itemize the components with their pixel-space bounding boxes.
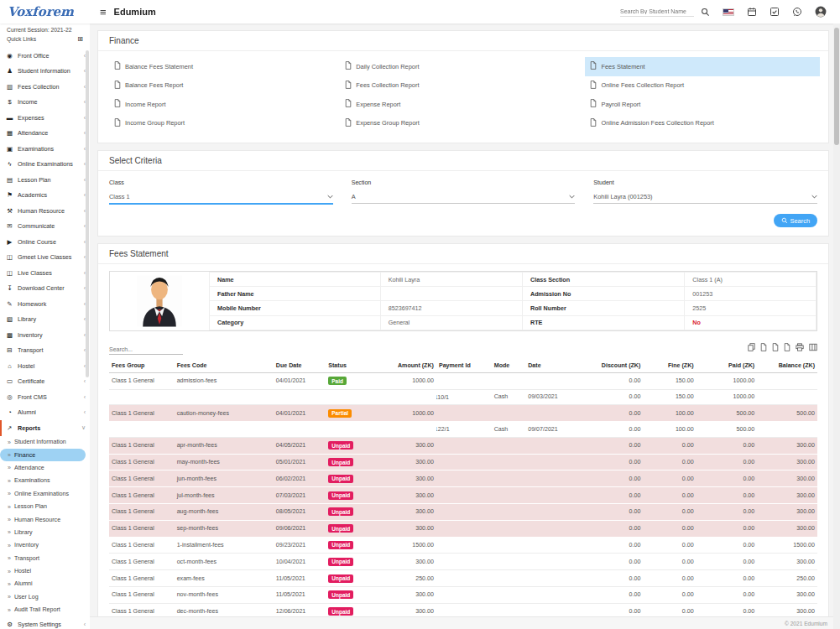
sidebar-item-live-classes[interactable]: ◫Live Classes‹: [0, 265, 90, 281]
brand-logo[interactable]: Voxforem: [0, 0, 90, 23]
sidebar-item-attendance[interactable]: ▦Attendance‹: [0, 126, 90, 142]
sidebar-item-income[interactable]: $Income‹: [0, 95, 90, 111]
sidebar-subitem-hostel[interactable]: »Hostel: [0, 564, 90, 577]
report-link-expense-group-report[interactable]: Expense Group Report: [340, 114, 585, 133]
quick-links-grid-icon[interactable]: ⊞: [77, 35, 83, 43]
sidebar-subitem-audit-trail-report[interactable]: »Audit Trail Report: [0, 604, 90, 616]
column-header-status[interactable]: Status: [326, 359, 378, 373]
main-scrollbar[interactable]: [833, 23, 840, 629]
sidebar-subitem-online-examinations[interactable]: »Online Examinations: [0, 487, 90, 500]
report-link-payroll-report[interactable]: Payroll Report: [585, 95, 820, 114]
sidebar-subitem-alumni[interactable]: »Alumni: [0, 578, 90, 590]
sidebar-item-fees-collection[interactable]: ▥Fees Collection‹: [0, 79, 90, 95]
hamburger-menu-icon[interactable]: ≡: [100, 7, 107, 18]
column-header-date[interactable]: Date: [525, 359, 582, 373]
sidebar-item-system-settings[interactable]: ⚙System Settings‹: [0, 616, 90, 629]
column-header-payment-id[interactable]: Payment Id: [436, 359, 492, 373]
sidebar-subitem-lesson-plan[interactable]: »Lesson Plan: [0, 500, 90, 512]
fee-row-nov-month-fees[interactable]: Class 1 Generalnov-month-fees11/05/2021U…: [109, 586, 817, 603]
fee-row-jun-month-fees[interactable]: Class 1 Generaljun-month-fees06/02/2021U…: [109, 470, 817, 487]
sidebar-subitem-inventory[interactable]: »Inventory: [0, 539, 90, 552]
sidebar-item-download-center[interactable]: ↧Download Center‹: [0, 281, 90, 297]
fee-row-sep-month-fees[interactable]: Class 1 Generalsep-month-fees09/06/2021U…: [109, 520, 817, 537]
column-header-fine-zk[interactable]: Fine (ZK): [643, 359, 696, 373]
fee-row-jul-month-fees[interactable]: Class 1 Generaljul-month-fees07/03/2021U…: [109, 487, 817, 504]
report-link-daily-collection-report[interactable]: Daily Collection Report: [340, 57, 585, 76]
sidebar-subitem-transport[interactable]: »Transport: [0, 552, 90, 564]
sidebar-subitem-attendance[interactable]: »Attendance: [0, 461, 90, 474]
fee-row-may-month-fees[interactable]: Class 1 Generalmay-month-fees05/01/2021U…: [109, 454, 817, 470]
criteria-select-class[interactable]: Class 1: [109, 193, 333, 205]
column-header-paid-zk[interactable]: Paid (ZK): [697, 359, 758, 373]
column-header-balance-zk[interactable]: Balance (ZK): [757, 359, 817, 373]
sidebar-item-online-course[interactable]: ▶Online Course‹: [0, 234, 90, 250]
report-link-balance-fees-statement[interactable]: Balance Fees Statement: [109, 57, 340, 76]
sidebar-subitem-human-resource[interactable]: »Human Resource: [0, 513, 90, 526]
sidebar-subitem-user-log[interactable]: »User Log: [0, 590, 90, 603]
search-button[interactable]: Search: [774, 214, 817, 227]
column-header-discount-zk[interactable]: Discount (ZK): [582, 359, 644, 373]
fee-row-dec-month-fees[interactable]: Class 1 Generaldec-month-fees12/06/2021U…: [109, 603, 817, 616]
sidebar-item-gmeet-live-classes[interactable]: ◫Gmeet Live Classes‹: [0, 250, 90, 266]
sidebar-subitem-examinations[interactable]: »Examinations: [0, 475, 90, 487]
sidebar-item-inventory[interactable]: ▩Inventory‹: [0, 327, 90, 343]
sidebar-item-hostel[interactable]: ⌂Hostel‹: [0, 358, 90, 374]
sidebar-item-homework[interactable]: ✎Homework‹: [0, 296, 90, 312]
print-icon[interactable]: [796, 343, 804, 351]
sidebar-item-communicate[interactable]: ✉Communicate‹: [0, 219, 90, 235]
sidebar-item-front-office[interactable]: ◉Front Office‹: [0, 48, 90, 64]
report-link-online-admission-fees-collection-report[interactable]: Online Admission Fees Collection Report: [585, 114, 820, 133]
csv-icon[interactable]: [772, 343, 779, 351]
fee-row-oct-month-fees[interactable]: Class 1 Generaloct-month-fees10/04/2021U…: [109, 554, 817, 570]
sidebar-item-reports[interactable]: ↗Reports∨: [0, 420, 90, 436]
sidebar-subitem-finance[interactable]: »Finance: [0, 449, 86, 461]
criteria-select-student[interactable]: Kohili Layra (001253): [593, 193, 817, 204]
copy-icon[interactable]: [748, 343, 755, 351]
search-icon[interactable]: [701, 8, 710, 17]
sidebar-item-front-cms[interactable]: ◎Front CMS‹: [0, 389, 90, 405]
fee-row-aug-month-fees[interactable]: Class 1 Generalaug-month-fees08/05/2021U…: [109, 504, 817, 521]
criteria-select-section[interactable]: A: [352, 193, 576, 204]
sidebar-item-academics[interactable]: ⚑Academics‹: [0, 188, 90, 204]
fee-row-caution-money-fees[interactable]: Class 1 Generalcaution-money-fees04/01/2…: [109, 405, 817, 422]
column-header-fees-code[interactable]: Fees Code: [175, 359, 274, 373]
calendar-icon[interactable]: [747, 7, 757, 17]
todo-check-icon[interactable]: [770, 7, 780, 17]
sidebar-item-student-information[interactable]: ♟Student Information‹: [0, 64, 90, 80]
sidebar-item-lesson-plan[interactable]: ▤Lesson Plan‹: [0, 172, 90, 188]
table-search-input[interactable]: [109, 345, 183, 355]
report-link-income-group-report[interactable]: Income Group Report: [109, 114, 340, 133]
report-link-expense-report[interactable]: Expense Report: [340, 95, 585, 114]
fee-row-exam-fees[interactable]: Class 1 Generalexam-fees11/05/2021Unpaid…: [109, 570, 817, 587]
columns-icon[interactable]: [809, 343, 817, 351]
sidebar-item-expenses[interactable]: ▬Expenses‹: [0, 110, 90, 126]
user-avatar-icon[interactable]: [815, 6, 827, 18]
column-header-due-date[interactable]: Due Date: [274, 359, 326, 373]
sidebar-item-transport[interactable]: ⊟Transport‹: [0, 343, 90, 359]
sidebar-item-examinations[interactable]: ▣Examinations‹: [0, 141, 90, 157]
fee-row-1-installment-fees[interactable]: Class 1 General1-installment-fees09/23/2…: [109, 537, 817, 554]
fee-row-apr-month-fees[interactable]: Class 1 Generalapr-month-fees04/05/2021U…: [109, 437, 817, 454]
sidebar-subitem-library[interactable]: »Library: [0, 526, 90, 538]
main-scrollbar-thumb[interactable]: [834, 28, 839, 145]
sidebar-item-human-resource[interactable]: ⚒Human Resource‹: [0, 203, 90, 219]
sidebar-item-library[interactable]: ▧Library‹: [0, 312, 90, 328]
sidebar-scrollbar[interactable]: [86, 50, 89, 377]
report-link-fees-collection-report[interactable]: Fees Collection Report: [340, 76, 585, 96]
sidebar-item-alumni[interactable]: ◔Alumni‹: [0, 405, 90, 421]
sidebar-subitem-student-information[interactable]: »Student Information: [0, 436, 90, 449]
language-flag-icon[interactable]: [723, 8, 734, 16]
column-header-mode[interactable]: Mode: [492, 359, 526, 373]
report-link-balance-fees-report[interactable]: Balance Fees Report: [109, 76, 340, 96]
column-header-fees-group[interactable]: Fees Group: [109, 359, 175, 373]
sidebar-item-certificate[interactable]: ▭Certificate‹: [0, 374, 90, 390]
fee-row-admission-fees[interactable]: Class 1 Generaladmission-fees04/01/2021P…: [109, 372, 817, 389]
report-link-income-report[interactable]: Income Report: [109, 95, 340, 114]
excel-icon[interactable]: [760, 343, 767, 351]
whatsapp-icon[interactable]: [792, 7, 802, 17]
report-link-online-fees-collection-report[interactable]: Online Fees Collection Report: [585, 76, 820, 96]
pdf-icon[interactable]: [784, 343, 790, 351]
sidebar-item-online-examinations[interactable]: ϟOnline Examinations‹: [0, 157, 90, 173]
column-header-amount-zk[interactable]: Amount (ZK): [378, 359, 436, 373]
student-search-input[interactable]: [620, 7, 694, 17]
